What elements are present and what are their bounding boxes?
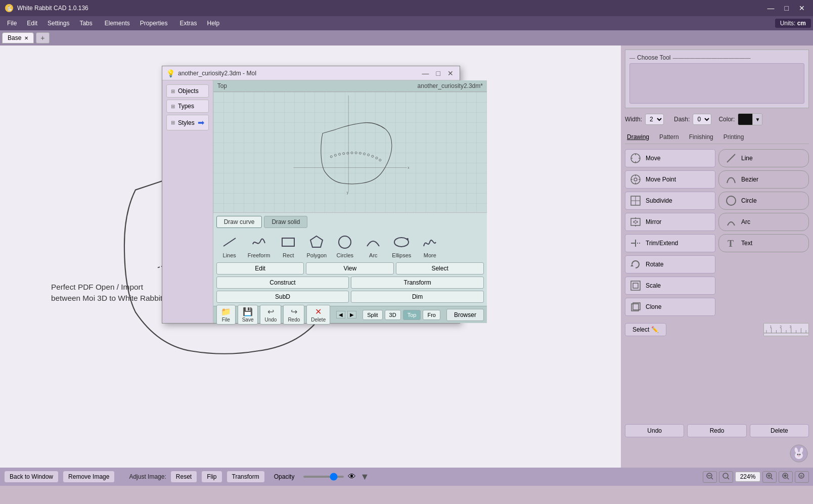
maximize-button[interactable]: □ [782,4,792,12]
move-tool-btn[interactable]: Move [625,149,715,167]
back-to-window-btn[interactable]: Back to Window [4,471,59,483]
scale-tool-btn[interactable]: Scale [625,277,715,295]
moi-redo-btn[interactable]: ↪ Redo [283,305,304,325]
close-button[interactable]: ✕ [796,4,808,12]
moi-file-btn[interactable]: 📁 File [216,305,236,325]
select-button[interactable]: Select ✏️ [625,323,666,336]
three-d-btn[interactable]: 3D [385,310,401,320]
rotate-tool-btn[interactable]: Rotate [625,255,715,273]
tab-close-icon[interactable]: ✕ [24,35,28,41]
trim-tool-btn[interactable]: Trim/Extend [625,234,715,252]
color-dropdown-arrow[interactable]: ▼ [752,114,762,125]
add-tab-button[interactable]: + [36,32,49,43]
moi-edit-btn[interactable]: Edit [216,262,304,274]
zoom-in-icon-btn[interactable] [719,471,733,483]
moi-delete-btn[interactable]: ✕ Delete [306,305,330,325]
svg-line-96 [728,478,729,479]
moi-view-btn[interactable]: View [306,262,394,274]
zoom-reset-btn[interactable]: ⊕ [795,471,809,483]
text-icon: T [725,237,737,249]
zoom-fit-btn[interactable] [779,471,793,483]
scroll-right-btn[interactable]: ▶ [347,311,356,318]
moi-save-btn[interactable]: 💾 Save [238,305,258,325]
minimize-button[interactable]: — [764,4,778,12]
moi-action-btns-3: SubD Dim [216,291,484,303]
opacity-slider[interactable] [303,476,344,478]
menu-extras[interactable]: Extras [174,18,202,29]
moi-undo-btn[interactable]: ↩ Undo [260,305,281,325]
scale-label: Scale [646,282,661,289]
moi-maximize-btn[interactable]: □ [434,69,442,77]
arc-tool-btn[interactable]: Arc [718,213,809,231]
moi-circles-tool[interactable]: Circles [332,231,358,260]
ruler-display: 1 2 3 [763,323,809,336]
moi-objects-btn[interactable]: ⊞ Objects [166,84,209,98]
browser-btn[interactable]: Browser [446,309,484,321]
drawing-tab[interactable]: Drawing [625,132,651,142]
svg-point-49 [634,178,637,181]
moi-select-btn[interactable]: Select [396,262,484,274]
menu-settings[interactable]: Settings [42,18,74,29]
line-icon [725,152,737,164]
transform-btn[interactable]: Transform [227,471,265,483]
empty-slot-2 [718,277,809,295]
flip-btn[interactable]: Flip [201,471,222,483]
menu-elements[interactable]: Elements [100,18,135,29]
moi-types-btn[interactable]: ⊞ Types [166,100,209,113]
reset-btn[interactable]: Reset [170,471,197,483]
moi-rect-tool[interactable]: Rect [275,231,301,260]
mirror-tool-btn[interactable]: Mirror [625,213,715,231]
draw-solid-tab[interactable]: Draw solid [264,216,307,228]
eye-icon[interactable]: 👁 [348,472,356,481]
moi-styles-btn[interactable]: ⊞ Styles ➡ [166,115,209,130]
clone-tool-btn[interactable]: Clone [625,298,715,316]
color-picker[interactable]: ▼ [738,113,762,125]
moi-lines-tool[interactable]: Lines [216,231,243,260]
moi-dim-btn[interactable]: Dim [351,291,484,303]
circle-tool-btn[interactable]: Circle [718,192,809,210]
moi-viewport-canvas[interactable]: y x [213,92,487,212]
subdivide-tool-btn[interactable]: Subdivide [625,192,715,210]
moi-subd-btn[interactable]: SubD [216,291,349,303]
move-point-tool-btn[interactable]: Move Point [625,170,715,189]
delete-button[interactable]: Delete [750,424,809,437]
tab-base[interactable]: Base ✕ [2,32,34,43]
moi-more-tool[interactable]: More [417,231,443,260]
bezier-tool-btn[interactable]: Bezier [718,170,809,189]
finishing-tab[interactable]: Finishing [687,132,715,142]
printing-tab[interactable]: Printing [721,132,746,142]
menu-properties[interactable]: Properties [135,18,173,29]
moi-freeform-tool[interactable]: Freeform [245,231,274,260]
moi-close-btn[interactable]: ✕ [445,69,456,77]
svg-point-35 [379,159,381,161]
zoom-in-btn[interactable] [762,471,777,483]
moi-minimize-btn[interactable]: — [420,69,431,77]
moi-ellipses-tool[interactable]: Ellipses [388,231,415,260]
menu-edit[interactable]: Edit [22,18,42,29]
width-select[interactable]: 2134 [645,114,664,125]
draw-curve-tab[interactable]: Draw curve [216,216,262,228]
moi-polygon-tool[interactable]: Polygon [303,231,330,260]
top-view-btn[interactable]: Top [403,310,421,320]
moi-scroll-x[interactable]: ◀ ▶ [336,312,356,318]
redo-button[interactable]: Redo [687,424,746,437]
moi-arc-tool[interactable]: Arc [360,231,386,260]
moi-transform-btn[interactable]: Transform [351,277,484,289]
down-arrow-icon[interactable]: ▼ [360,472,369,482]
dash-select[interactable]: 012 [693,114,711,125]
menu-file[interactable]: File [2,18,22,29]
menu-help[interactable]: Help [202,18,225,29]
rotate-label: Rotate [646,261,663,268]
undo-button[interactable]: Undo [625,424,684,437]
zoom-out-icon-btn[interactable] [703,471,717,483]
white-rabbit-logo [789,443,809,464]
pattern-tab[interactable]: Pattern [657,132,681,142]
remove-image-btn[interactable]: Remove Image [63,471,115,483]
moi-construct-btn[interactable]: Construct [216,277,349,289]
split-btn[interactable]: Split [363,310,382,320]
line-tool-btn[interactable]: Line [718,149,809,167]
scroll-left-btn[interactable]: ◀ [336,311,345,318]
text-tool-btn[interactable]: T Text [718,234,809,252]
menu-tabs[interactable]: Tabs [74,18,97,29]
fro-btn[interactable]: Fro [423,310,440,320]
